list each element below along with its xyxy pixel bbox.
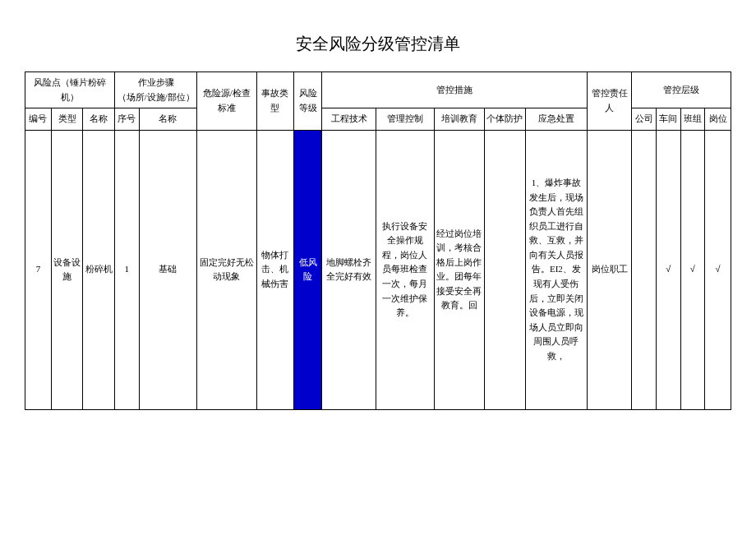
hdr-company: 公司: [632, 108, 657, 131]
cell-type: 设备设施: [51, 130, 83, 409]
cell-company: [632, 130, 657, 409]
hdr-control-level: 管控层级: [632, 72, 731, 108]
hdr-responsible: 管控责任人: [587, 72, 632, 131]
header-row-1: 风险点（锤片粉碎机） 作业步骤 （场所/设施/部位） 危险源/检查标准 事故类型…: [25, 72, 731, 108]
hdr-team: 班组: [680, 108, 705, 131]
cell-emerg: 1、爆炸事故发生后，现场负责人首先组织员工进行自救、互救，并向有关人员报告。EI…: [525, 130, 587, 409]
table-row: 7 设备设施 粉碎机 1 基础 固定完好无松动现象 物体打击、机械伤害 低风险 …: [25, 130, 731, 409]
cell-team: √: [680, 130, 705, 409]
cell-accident: 物体打击、机械伤害: [256, 130, 293, 409]
hdr-emerg: 应急处置: [525, 108, 587, 131]
risk-control-table: 风险点（锤片粉碎机） 作业步骤 （场所/设施/部位） 危险源/检查标准 事故类型…: [25, 71, 731, 410]
hdr-post: 岗位: [705, 108, 731, 131]
cell-train: 经过岗位培训，考核合格后上岗作业。团每年接受安全再教育。回: [434, 130, 484, 409]
hdr-risk-level: 风险等级: [294, 72, 322, 131]
hdr-workshop: 车间: [656, 108, 680, 131]
hdr-type: 类型: [51, 108, 83, 131]
cell-risk-level: 低风险: [294, 130, 322, 409]
hdr-risk-point: 风险点（锤片粉碎机）: [25, 72, 115, 108]
hdr-num: 编号: [25, 108, 52, 131]
hdr-train: 培训教育: [434, 108, 484, 131]
cell-step-name: 基础: [139, 130, 196, 409]
cell-mgmt: 执行设备安全操作规程，岗位人员每班检查一次，每月一次维护保养。: [376, 130, 434, 409]
hdr-seq: 序号: [115, 108, 140, 131]
page-title: 安全风险分级管控清单: [25, 33, 731, 55]
cell-eng: 地脚螺栓齐全完好有效: [322, 130, 376, 409]
cell-seq: 1: [115, 130, 140, 409]
cell-hazard: 固定完好无松动现象: [197, 130, 257, 409]
hdr-accident: 事故类型: [256, 72, 293, 131]
cell-workshop: √: [656, 130, 680, 409]
hdr-step-name: 名称: [139, 108, 196, 131]
hdr-ppe: 个体防护: [484, 108, 525, 131]
hdr-control-measure: 管控措施: [322, 72, 588, 108]
cell-name: 粉碎机: [83, 130, 115, 409]
hdr-mgmt: 管理控制: [376, 108, 434, 131]
hdr-name: 名称: [83, 108, 115, 131]
cell-post: √: [705, 130, 731, 409]
cell-responsible: 岗位职工: [587, 130, 632, 409]
cell-num: 7: [25, 130, 52, 409]
hdr-work-step: 作业步骤 （场所/设施/部位）: [115, 72, 197, 108]
cell-ppe: [484, 130, 525, 409]
hdr-hazard: 危险源/检查标准: [197, 72, 257, 131]
hdr-eng: 工程技术: [322, 108, 376, 131]
